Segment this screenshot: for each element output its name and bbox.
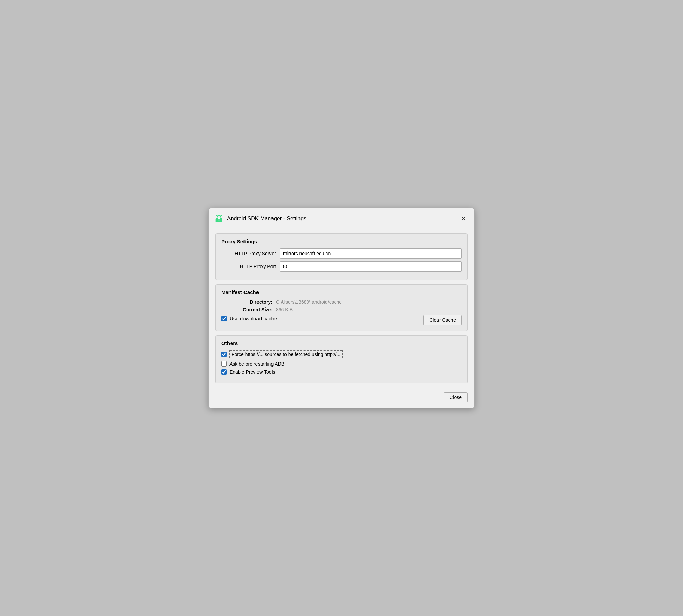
ask-adb-label: Ask before restarting ADB [229, 361, 284, 367]
current-size-value: 866 KiB [276, 307, 293, 312]
manifest-cache-section: Manifest Cache Directory: C:\Users\13689… [215, 284, 468, 331]
current-size-label: Current Size: [228, 307, 273, 312]
cache-actions: Use download cache Clear Cache [221, 315, 462, 325]
title-bar: Android SDK Manager - Settings ✕ [209, 208, 474, 228]
proxy-settings-section: Proxy Settings HTTP Proxy Server HTTP Pr… [215, 233, 468, 280]
proxy-server-row: HTTP Proxy Server [221, 248, 462, 259]
directory-value: C:\Users\13689\.android\cache [276, 299, 342, 305]
proxy-port-row: HTTP Proxy Port [221, 261, 462, 272]
dialog-body: Proxy Settings HTTP Proxy Server HTTP Pr… [209, 228, 474, 389]
ask-adb-row: Ask before restarting ADB [221, 361, 462, 367]
preview-tools-label-wrapper[interactable]: Enable Preview Tools [221, 369, 275, 375]
use-download-cache-checkbox[interactable] [221, 316, 227, 321]
preview-tools-label: Enable Preview Tools [229, 369, 275, 375]
force-https-label-wrapper[interactable]: Force https://... sources to be fetched … [221, 350, 343, 358]
svg-line-4 [221, 215, 222, 216]
force-https-row: Force https://... sources to be fetched … [221, 350, 462, 358]
use-download-cache-row[interactable]: Use download cache [221, 316, 277, 321]
svg-point-2 [220, 217, 220, 218]
svg-line-3 [216, 215, 217, 216]
others-section: Others Force https://... sources to be f… [215, 335, 468, 383]
close-button[interactable]: Close [444, 392, 468, 402]
svg-rect-6 [219, 219, 219, 221]
directory-row: Directory: C:\Users\13689\.android\cache [221, 299, 462, 305]
proxy-server-input[interactable] [280, 248, 462, 259]
android-icon [214, 214, 224, 223]
close-window-button[interactable]: ✕ [458, 213, 469, 224]
svg-point-1 [217, 217, 218, 218]
force-https-checkbox[interactable] [221, 352, 227, 357]
ask-adb-checkbox[interactable] [221, 361, 227, 367]
window-title: Android SDK Manager - Settings [227, 216, 306, 222]
proxy-port-input[interactable] [280, 261, 462, 272]
force-https-label: Force https://... sources to be fetched … [229, 350, 343, 358]
clear-cache-button[interactable]: Clear Cache [423, 315, 462, 325]
manifest-cache-title: Manifest Cache [221, 289, 462, 295]
others-title: Others [221, 340, 462, 346]
dialog-footer: Close [209, 389, 474, 408]
proxy-server-label: HTTP Proxy Server [221, 251, 276, 256]
proxy-settings-title: Proxy Settings [221, 238, 462, 244]
current-size-row: Current Size: 866 KiB [221, 307, 462, 312]
proxy-port-label: HTTP Proxy Port [221, 264, 276, 269]
preview-tools-row: Enable Preview Tools [221, 369, 462, 375]
settings-dialog: Android SDK Manager - Settings ✕ Proxy S… [208, 208, 475, 408]
use-download-cache-label: Use download cache [229, 316, 277, 321]
directory-label: Directory: [228, 299, 273, 305]
ask-adb-label-wrapper[interactable]: Ask before restarting ADB [221, 361, 284, 367]
title-bar-left: Android SDK Manager - Settings [214, 214, 306, 223]
preview-tools-checkbox[interactable] [221, 369, 227, 375]
